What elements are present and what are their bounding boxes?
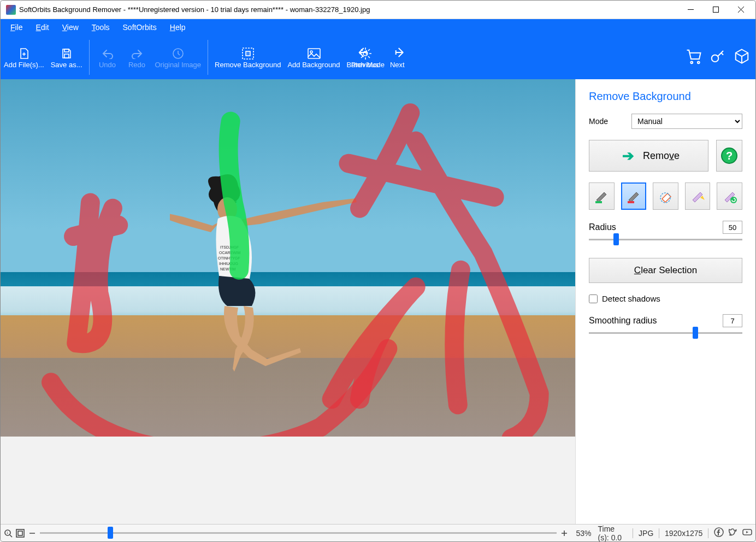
box-icon[interactable] bbox=[734, 48, 750, 67]
previous-button[interactable]: Previous bbox=[348, 45, 382, 70]
arrow-right-icon bbox=[389, 46, 405, 61]
green-marker-tool[interactable] bbox=[589, 182, 615, 210]
key-icon[interactable] bbox=[710, 48, 726, 67]
add-background-button[interactable]: Add Background bbox=[284, 36, 343, 79]
toolbar-right-icons bbox=[686, 36, 750, 79]
menu-help[interactable]: Help bbox=[163, 21, 192, 34]
tool-row bbox=[589, 182, 742, 210]
eraser-tool[interactable] bbox=[653, 182, 678, 210]
help-button[interactable]: ? bbox=[716, 140, 742, 172]
detect-shadows-checkbox[interactable]: Detect shadows bbox=[589, 294, 742, 303]
menu-edit[interactable]: Edit bbox=[29, 21, 56, 34]
toolbar-separator bbox=[89, 40, 90, 75]
youtube-icon[interactable] bbox=[742, 527, 752, 539]
facebook-icon[interactable] bbox=[714, 527, 724, 539]
arrow-left-icon bbox=[357, 46, 373, 61]
cut-square-icon bbox=[241, 46, 255, 61]
side-panel: Remove Background Mode Manual ➔ Remove ? bbox=[575, 79, 755, 524]
smoothing-slider[interactable] bbox=[589, 327, 742, 338]
add-bg-label: Add Background bbox=[287, 61, 340, 69]
zoom-actual-icon[interactable]: 1 bbox=[4, 528, 13, 538]
panel-title: Remove Background bbox=[589, 90, 742, 103]
mode-select[interactable]: Manual bbox=[631, 114, 742, 129]
original-image-button[interactable]: Original Image bbox=[152, 36, 205, 79]
svg-rect-24 bbox=[16, 529, 24, 537]
canvas-wrap: ITSDJHGFOCAREWIMOTINHTYGFIHHIUOUGNEWTIM bbox=[1, 79, 575, 524]
svg-rect-5 bbox=[246, 51, 250, 56]
image-canvas[interactable]: ITSDJHGFOCAREWIMOTINHTYGFIHHIUOUGNEWTIM bbox=[1, 79, 575, 437]
close-button[interactable] bbox=[728, 1, 753, 19]
smoothing-row: Smoothing radius 7 bbox=[589, 314, 742, 327]
undo-button[interactable]: Undo bbox=[93, 36, 122, 79]
add-files-label: Add File(s)... bbox=[4, 61, 44, 69]
maximize-button[interactable] bbox=[703, 1, 728, 19]
menu-softorbits[interactable]: SoftOrbits bbox=[116, 21, 163, 34]
redo-label: Redo bbox=[128, 61, 145, 69]
red-marker-tool[interactable] bbox=[621, 182, 647, 210]
twitter-icon[interactable] bbox=[728, 527, 738, 539]
remove-background-button[interactable]: Remove Background bbox=[211, 36, 284, 79]
detect-shadows-label: Detect shadows bbox=[602, 294, 660, 303]
remove-button[interactable]: ➔ Remove bbox=[589, 140, 708, 172]
auto-marker-tool[interactable] bbox=[685, 182, 711, 210]
nav-group: Previous Next bbox=[348, 36, 409, 79]
menu-tools[interactable]: Tools bbox=[85, 21, 116, 34]
question-icon: ? bbox=[721, 148, 737, 164]
detect-shadows-input[interactable] bbox=[589, 294, 598, 303]
titlebar: SoftOrbits Background Remover - ****Unre… bbox=[1, 1, 755, 19]
zoom-out-icon[interactable] bbox=[28, 528, 37, 538]
add-files-button[interactable]: Add File(s)... bbox=[1, 36, 48, 79]
svg-rect-18 bbox=[595, 201, 602, 203]
arrow-right-icon: ➔ bbox=[622, 148, 634, 164]
zoom-in-icon[interactable] bbox=[560, 528, 569, 538]
canvas-blank-area bbox=[1, 437, 575, 524]
svg-rect-2 bbox=[64, 54, 69, 58]
file-plus-icon bbox=[17, 46, 31, 61]
cart-icon[interactable] bbox=[686, 48, 702, 67]
undo-label: Undo bbox=[99, 61, 116, 69]
zoom-slider[interactable] bbox=[40, 528, 557, 539]
main-area: ITSDJHGFOCAREWIMOTINHTYGFIHHIUOUGNEWTIM bbox=[1, 79, 755, 524]
radius-value[interactable]: 50 bbox=[723, 221, 742, 234]
format-status: JPG bbox=[639, 529, 653, 538]
svg-point-10 bbox=[698, 61, 700, 63]
refresh-marker-tool[interactable] bbox=[717, 182, 742, 210]
marker-strokes bbox=[1, 79, 575, 437]
zoom-percent: 53% bbox=[576, 529, 592, 538]
svg-rect-19 bbox=[628, 201, 634, 203]
image-icon bbox=[307, 46, 321, 61]
menubar: File Edit View Tools SoftOrbits Help bbox=[1, 19, 755, 36]
next-button[interactable]: Next bbox=[386, 45, 408, 70]
menu-file[interactable]: File bbox=[4, 21, 29, 34]
smoothing-value[interactable]: 7 bbox=[723, 314, 742, 327]
fit-icon[interactable] bbox=[16, 528, 25, 538]
next-label: Next bbox=[390, 61, 405, 69]
redo-icon bbox=[131, 46, 144, 61]
radius-row: Radius 50 bbox=[589, 221, 742, 234]
svg-rect-6 bbox=[308, 49, 320, 58]
remove-bg-label: Remove Background bbox=[215, 61, 281, 69]
remove-label: Remove bbox=[643, 150, 680, 162]
save-as-label: Save as... bbox=[51, 61, 82, 69]
remove-row: ➔ Remove ? bbox=[589, 140, 742, 172]
mode-row: Mode Manual bbox=[589, 114, 742, 129]
minimize-button[interactable] bbox=[678, 1, 703, 19]
radius-slider[interactable] bbox=[589, 234, 742, 245]
toolbar-separator bbox=[208, 40, 208, 75]
menu-view[interactable]: View bbox=[56, 21, 85, 34]
smoothing-label: Smoothing radius bbox=[589, 316, 657, 326]
svg-rect-25 bbox=[18, 531, 22, 535]
redo-button[interactable]: Redo bbox=[122, 36, 152, 79]
mode-label: Mode bbox=[589, 117, 622, 126]
dimensions-status: 1920x1275 bbox=[665, 529, 702, 538]
window-title: SoftOrbits Background Remover - ****Unre… bbox=[19, 5, 678, 14]
time-status: Time (s): 0.0 bbox=[598, 525, 628, 542]
save-as-button[interactable]: Save as... bbox=[48, 36, 86, 79]
svg-point-21 bbox=[730, 197, 737, 203]
social-icons bbox=[714, 527, 752, 539]
undo-icon bbox=[101, 46, 114, 61]
clear-selection-button[interactable]: Clear Selection bbox=[589, 258, 742, 283]
radius-label: Radius bbox=[589, 222, 616, 232]
statusbar: 1 53% Time (s): 0.0 JPG 1920x1275 bbox=[1, 524, 755, 541]
svg-text:1: 1 bbox=[7, 531, 9, 534]
